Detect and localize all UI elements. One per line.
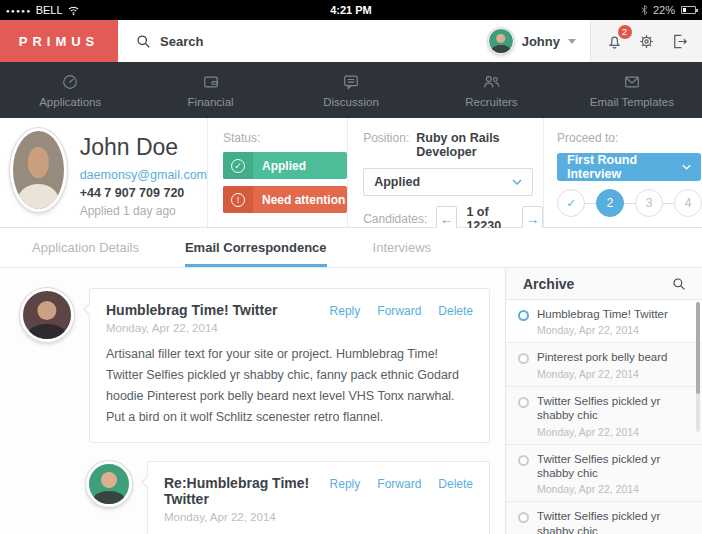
clock: 4:21 PM bbox=[186, 4, 516, 16]
nav-item-email-templates[interactable]: Email Templates bbox=[562, 62, 702, 118]
proceed-label: Proceed to: bbox=[557, 131, 702, 145]
proceed-button[interactable]: First Round Interview bbox=[557, 153, 701, 181]
stage-stepper: ✓ 2 3 4 bbox=[557, 189, 702, 217]
battery-icon bbox=[681, 6, 696, 14]
email-message: Humblebrag Time! Twitter Reply Forward D… bbox=[0, 288, 505, 443]
radio-icon[interactable] bbox=[518, 455, 529, 466]
status-label: Status: bbox=[223, 131, 347, 145]
chat-icon bbox=[342, 73, 360, 91]
nav-label: Discussion bbox=[323, 96, 379, 108]
chevron-down-icon bbox=[568, 39, 576, 44]
nav-label: Applications bbox=[39, 96, 101, 108]
tab-interviews[interactable]: Interviews bbox=[373, 228, 432, 267]
wallet-icon bbox=[202, 73, 220, 91]
candidate-name: John Doe bbox=[80, 134, 207, 161]
alert-circle-icon: ! bbox=[223, 186, 253, 213]
position-column: Position: Ruby on Rails Developer Applie… bbox=[348, 118, 544, 227]
envelope-icon bbox=[623, 73, 641, 91]
signal-dots-icon: ●●●●● bbox=[6, 7, 32, 14]
archive-item[interactable]: Twitter Selfies pickled yr shabby chic M… bbox=[506, 502, 702, 534]
email-subject: Humblebrag Time! Twitter bbox=[106, 302, 277, 318]
applied-ago-label: Applied 1 day ago bbox=[80, 204, 207, 218]
main-nav: Applications Financial Discussion bbox=[0, 62, 702, 118]
content-tabs: Application Details Email Correspondence… bbox=[0, 228, 702, 268]
step-3[interactable]: 3 bbox=[635, 189, 663, 217]
bluetooth-icon bbox=[640, 4, 649, 16]
status-need-attention-button[interactable]: ! Need attention bbox=[223, 186, 347, 213]
people-icon bbox=[482, 73, 501, 91]
scrollbar-thumb[interactable] bbox=[696, 302, 700, 394]
radio-icon[interactable] bbox=[518, 397, 529, 408]
email-message: Re:Humblebrag Time! Twitter Reply Forwar… bbox=[0, 461, 505, 534]
reply-link[interactable]: Reply bbox=[330, 477, 361, 491]
email-date: Monday, Apr 22, 2014 bbox=[164, 511, 473, 523]
archive-sidebar: Archive Humblebrag Time! Twitter Monday,… bbox=[505, 268, 702, 534]
carrier-label: BELL bbox=[36, 4, 63, 16]
search-label: Search bbox=[160, 34, 203, 49]
email-subject: Re:Humblebrag Time! Twitter bbox=[164, 475, 330, 507]
status-column: Status: ✓ Applied ! Need attention bbox=[208, 118, 348, 227]
email-thread: Humblebrag Time! Twitter Reply Forward D… bbox=[0, 268, 505, 534]
toolbar: PRIMUS Search Johny 2 bbox=[0, 20, 702, 62]
tab-email-correspondence[interactable]: Email Correspondence bbox=[185, 228, 327, 267]
notification-badge: 2 bbox=[618, 25, 632, 39]
step-4[interactable]: 4 bbox=[674, 189, 702, 217]
position-label: Position: bbox=[363, 131, 409, 145]
nav-label: Recruiters bbox=[465, 96, 517, 108]
delete-link[interactable]: Delete bbox=[438, 304, 473, 318]
nav-item-applications[interactable]: Applications bbox=[0, 62, 140, 118]
step-2-active[interactable]: 2 bbox=[596, 189, 624, 217]
logout-button[interactable] bbox=[670, 32, 689, 51]
nav-item-financial[interactable]: Financial bbox=[140, 62, 280, 118]
user-menu[interactable]: Johny bbox=[488, 20, 590, 62]
sender-avatar bbox=[86, 461, 132, 507]
contact-column: John Doe daemonsy@gmail.com +44 7 907 70… bbox=[0, 118, 208, 227]
check-circle-icon: ✓ bbox=[223, 152, 253, 179]
user-name: Johny bbox=[522, 34, 560, 49]
user-avatar[interactable] bbox=[488, 28, 514, 54]
email-date: Monday, Apr 22, 2014 bbox=[106, 322, 473, 334]
nav-label: Email Templates bbox=[590, 96, 674, 108]
archive-item[interactable]: Twitter Selfies pickled yr shabby chic M… bbox=[506, 387, 702, 445]
nav-item-discussion[interactable]: Discussion bbox=[281, 62, 421, 118]
candidate-email-link[interactable]: daemonsy@gmail.com bbox=[80, 168, 207, 182]
position-value: Ruby on Rails Developer bbox=[416, 131, 543, 159]
proceed-column: Proceed to: First Round Interview ✓ 2 3 … bbox=[544, 118, 702, 227]
app-logo[interactable]: PRIMUS bbox=[0, 20, 118, 62]
candidates-label: Candidates: bbox=[363, 212, 427, 226]
forward-link[interactable]: Forward bbox=[377, 477, 421, 491]
archive-item[interactable]: Pinterest pork belly beard Monday, Apr 2… bbox=[506, 343, 702, 386]
search-icon bbox=[136, 34, 151, 49]
nav-item-recruiters[interactable]: Recruiters bbox=[421, 62, 561, 118]
candidate-profile: John Doe daemonsy@gmail.com +44 7 907 70… bbox=[0, 118, 702, 228]
reply-link[interactable]: Reply bbox=[330, 304, 361, 318]
radio-icon[interactable] bbox=[518, 512, 529, 523]
ios-status-bar: ●●●●● BELL 4:21 PM 22% bbox=[0, 0, 702, 20]
settings-button[interactable] bbox=[637, 32, 656, 51]
wifi-icon bbox=[67, 5, 80, 16]
candidate-phone: +44 7 907 709 720 bbox=[80, 186, 207, 200]
dashboard-icon bbox=[61, 73, 79, 91]
forward-link[interactable]: Forward bbox=[377, 304, 421, 318]
chevron-down-icon bbox=[682, 164, 691, 170]
radio-icon[interactable] bbox=[518, 310, 529, 321]
radio-icon[interactable] bbox=[518, 353, 529, 364]
tab-application-details[interactable]: Application Details bbox=[32, 228, 139, 267]
archive-item[interactable]: Humblebrag Time! Twitter Monday, Apr 22,… bbox=[506, 300, 702, 343]
archive-search-icon[interactable] bbox=[672, 277, 686, 291]
toolbar-icons: 2 bbox=[590, 20, 702, 62]
archive-item[interactable]: Twitter Selfies pickled yr shabby chic M… bbox=[506, 445, 702, 503]
chevron-down-icon bbox=[512, 179, 522, 185]
step-1-done[interactable]: ✓ bbox=[557, 189, 585, 217]
email-body: Artisanal filler text for your site or p… bbox=[106, 344, 473, 428]
sender-avatar bbox=[20, 288, 74, 342]
status-applied-button[interactable]: ✓ Applied bbox=[223, 152, 347, 179]
nav-label: Financial bbox=[188, 96, 234, 108]
archive-title: Archive bbox=[523, 276, 574, 292]
stage-select[interactable]: Applied bbox=[363, 168, 533, 196]
candidate-avatar bbox=[10, 128, 67, 212]
search-input[interactable]: Search bbox=[118, 20, 488, 62]
delete-link[interactable]: Delete bbox=[438, 477, 473, 491]
notifications-button[interactable]: 2 bbox=[605, 32, 624, 51]
battery-percent: 22% bbox=[653, 4, 675, 16]
